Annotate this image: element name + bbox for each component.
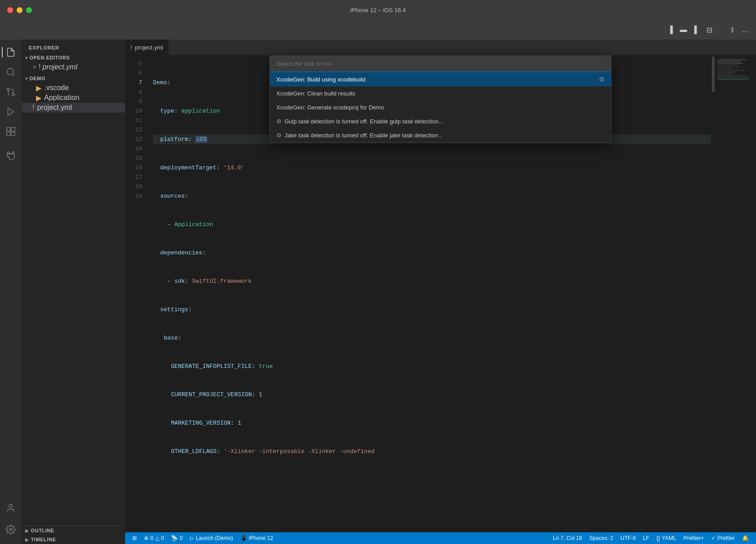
code-line-14: base: [153, 333, 711, 343]
split-editor-icon[interactable]: ⫿ [731, 26, 734, 34]
activity-settings[interactable] [2, 521, 20, 539]
minimap-line [717, 70, 745, 71]
status-device[interactable]: 📱 iPhone 12 [237, 532, 277, 544]
code-line-19 [153, 475, 711, 485]
open-editors-section[interactable]: ▾ OPEN EDITORS [22, 53, 125, 62]
code-line-17: MARKETING_VERSION: 1 [153, 418, 711, 428]
status-prettier-plus[interactable]: Prettier+ [680, 532, 708, 544]
main-content: EXPLORER ▾ OPEN EDITORS ✕ ! project.yml … [0, 40, 756, 544]
status-left: ⊞ ⊗ 0 △ 0 📡 0 ▷ Launch (Demo) [129, 532, 277, 544]
status-bell[interactable]: 🔔 [738, 532, 752, 544]
status-prettier[interactable]: ✓ Prettier [707, 532, 738, 544]
activity-bar-bottom [2, 499, 20, 544]
demo-chevron: ▾ [25, 76, 28, 81]
code-line-15: GENERATE_INFOPLIST_FILE: true [153, 362, 711, 371]
toggle-panel-icon[interactable]: ▬ [680, 26, 687, 34]
task-item-1[interactable]: XcodeGen: Clean build results [270, 86, 611, 100]
minimap-line [717, 79, 749, 80]
line-num-14: 14 [125, 144, 142, 154]
task-list: XcodeGen: Build using xcodebuild ⚙ Xcode… [270, 72, 611, 142]
task-label-2: XcodeGen: Generate xcodeproj for Demo [276, 104, 605, 111]
line-num-15: 15 [125, 154, 142, 163]
code-line-11: dependencies: [153, 248, 711, 258]
close-button[interactable] [7, 7, 13, 13]
demo-section[interactable]: ▾ DEMO [22, 74, 125, 83]
folder-name: .vscode [44, 84, 69, 92]
status-eol[interactable]: LF [639, 532, 653, 544]
line-num-10: 10 [125, 106, 142, 116]
launch-label: Launch (Demo) [196, 535, 233, 541]
toggle-primary-sidebar-icon[interactable]: ▐ [667, 26, 672, 34]
folder-icon: ▶ [36, 84, 41, 92]
error-count: 0 [150, 535, 153, 541]
line-num-5: 5 [125, 59, 142, 68]
line-num-11: 11 [125, 116, 142, 125]
svg-point-0 [7, 68, 14, 75]
notification-count: 0 [180, 535, 183, 541]
code-line-9: sources: [153, 191, 711, 201]
status-errors[interactable]: ⊗ 0 △ 0 [140, 532, 167, 544]
activity-source-control[interactable] [2, 83, 20, 101]
status-language[interactable]: {} YAML [653, 532, 680, 544]
tab-modified-dot: ! [130, 44, 132, 51]
position-text: Ln 7, Col 18 [553, 535, 582, 541]
gear-icon-0[interactable]: ⚙ [599, 76, 605, 83]
status-extensions[interactable]: ⊞ [129, 532, 140, 544]
gear-icon-3: ⚙ [276, 118, 282, 125]
sidebar: EXPLORER ▾ OPEN EDITORS ✕ ! project.yml … [22, 40, 125, 544]
toggle-secondary-sidebar-icon[interactable]: ▌ [694, 26, 699, 34]
open-file-project-yml[interactable]: ✕ ! project.yml [22, 62, 125, 72]
prettier-text: Prettier [717, 535, 735, 541]
task-search-input[interactable] [270, 56, 611, 72]
status-bar: ⊞ ⊗ 0 △ 0 📡 0 ▷ Launch (Demo) [125, 532, 756, 544]
minimap-line [717, 75, 747, 77]
minimap-line [717, 63, 743, 64]
activity-explorer[interactable] [2, 43, 20, 61]
status-launch[interactable]: ▷ Launch (Demo) [186, 532, 237, 544]
task-label-0: XcodeGen: Build using xcodebuild [276, 76, 599, 83]
file-name: project.yml [37, 104, 72, 112]
activity-run-debug[interactable] [2, 103, 20, 121]
line-numbers: 5 6 7 8 9 10 11 12 13 14 15 16 17 18 19 [125, 55, 148, 532]
scrollbar-thumb[interactable] [712, 56, 715, 92]
editor-scrollbar[interactable] [711, 55, 716, 532]
task-item-2[interactable]: XcodeGen: Generate xcodeproj for Demo [270, 100, 611, 114]
open-editors-chevron: ▾ [25, 55, 28, 60]
folder-application[interactable]: ▶ Application [22, 93, 125, 103]
activity-extensions[interactable] [2, 122, 20, 141]
activity-android[interactable] [2, 146, 20, 164]
demo-label: DEMO [30, 76, 45, 81]
minimap-line [717, 73, 734, 75]
task-item-3[interactable]: ⚙ Gulp task detection is turned off. Ena… [270, 114, 611, 128]
encoding-text: UTF-8 [621, 535, 636, 541]
tab-label: project.yml [135, 44, 163, 51]
file-project-yml[interactable]: ! project.yml [22, 103, 125, 113]
layout-icon[interactable]: ⊟ [706, 26, 712, 34]
svg-rect-6 [7, 127, 10, 131]
folder-vscode[interactable]: ▶ .vscode [22, 83, 125, 93]
more-actions-icon[interactable]: … [742, 26, 749, 34]
line-num-6: 6 [125, 68, 142, 78]
code-line-10: - Application [153, 220, 711, 229]
task-item-0[interactable]: XcodeGen: Build using xcodebuild ⚙ [270, 72, 611, 86]
close-file-icon[interactable]: ✕ [32, 64, 37, 70]
timeline-section[interactable]: ▶ TIMELINE [22, 535, 125, 544]
spaces-text: Spaces: 2 [589, 535, 613, 541]
status-spaces[interactable]: Spaces: 2 [585, 532, 616, 544]
check-icon: ✓ [711, 535, 716, 541]
task-item-4[interactable]: ⚙ Jake task detection is turned off. Ena… [270, 128, 611, 142]
activity-search[interactable] [2, 63, 20, 81]
folder-icon: ▶ [36, 94, 41, 102]
status-notifications[interactable]: 📡 0 [167, 532, 186, 544]
status-position[interactable]: Ln 7, Col 18 [549, 532, 586, 544]
traffic-lights [7, 7, 32, 13]
status-encoding[interactable]: UTF-8 [617, 532, 639, 544]
svg-point-3 [7, 88, 10, 91]
extensions-icon: ⊞ [132, 535, 137, 541]
task-picker[interactable]: XcodeGen: Build using xcodebuild ⚙ Xcode… [270, 55, 612, 143]
tab-project-yml[interactable]: ! project.yml [125, 40, 169, 55]
activity-account[interactable] [2, 499, 20, 517]
outline-section[interactable]: ▶ OUTLINE [22, 526, 125, 535]
maximize-button[interactable] [26, 7, 32, 13]
minimize-button[interactable] [17, 7, 22, 13]
